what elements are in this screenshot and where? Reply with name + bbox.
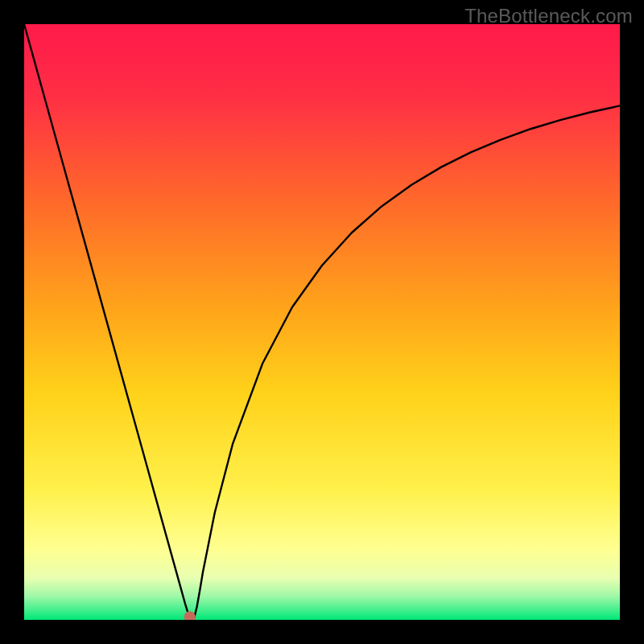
- chart-frame: TheBottleneck.com: [0, 0, 644, 644]
- chart-svg: [24, 24, 620, 620]
- watermark-text: TheBottleneck.com: [464, 5, 633, 27]
- plot-area: [24, 24, 620, 620]
- gradient-background: [24, 24, 620, 620]
